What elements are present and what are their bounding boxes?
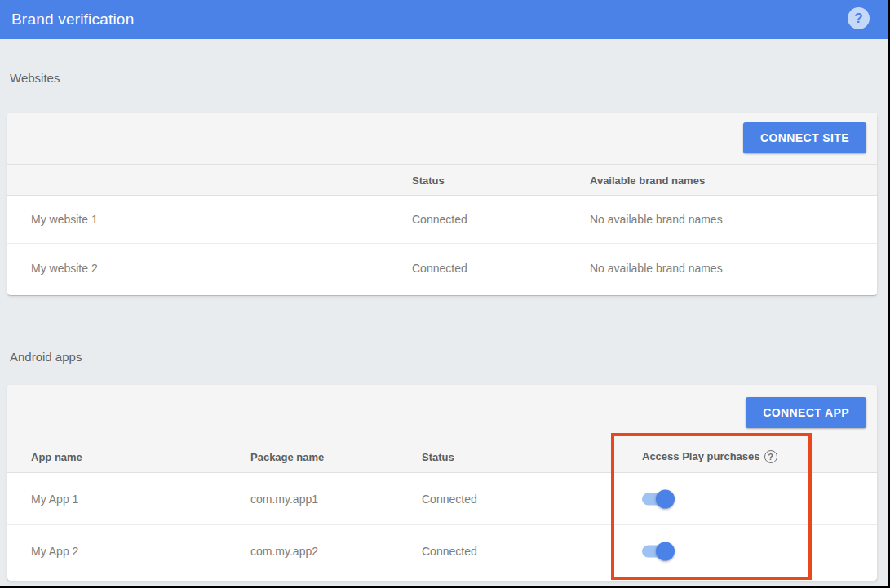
column-header-access-play-purchases: Access Play purchases ? (642, 450, 777, 463)
package-name: com.my.app1 (250, 493, 318, 506)
column-header-app-name: App name (31, 450, 82, 462)
column-header-status: Status (412, 174, 445, 186)
website-status: Connected (412, 262, 467, 275)
page: Brand verification ? Websites CONNECT SI… (0, 0, 888, 586)
websites-table-header: Status Available brand names (7, 165, 877, 196)
website-brands: No available brand names (590, 213, 723, 226)
websites-toolbar: CONNECT SITE (7, 113, 877, 165)
table-row[interactable]: My website 1 Connected No available bran… (7, 196, 877, 244)
help-icon[interactable]: ? (848, 7, 870, 29)
websites-card: CONNECT SITE Status Available brand name… (7, 113, 877, 295)
table-row[interactable]: My App 2 com.my.app2 Connected (7, 525, 877, 577)
website-name: My website 2 (31, 262, 98, 275)
android-table-header: App name Package name Status Access Play… (7, 440, 877, 473)
app-status: Connected (422, 545, 477, 558)
access-help-glyph: ? (768, 452, 773, 462)
access-play-purchases-toggle[interactable] (642, 493, 671, 505)
package-name: com.my.app2 (250, 545, 318, 558)
android-toolbar: CONNECT APP (7, 385, 877, 440)
access-help-icon[interactable]: ? (764, 450, 777, 463)
app-name: My App 2 (31, 545, 78, 558)
access-play-purchases-toggle[interactable] (642, 546, 671, 558)
table-row[interactable]: My App 1 com.my.app1 Connected (7, 473, 877, 525)
android-apps-section-label: Android apps (10, 350, 82, 364)
website-brands: No available brand names (590, 262, 723, 275)
table-row[interactable]: My website 2 Connected No available bran… (7, 244, 877, 292)
connect-app-button[interactable]: CONNECT APP (746, 397, 866, 428)
column-header-available-brand-names: Available brand names (590, 174, 705, 186)
toggle-knob (656, 542, 675, 561)
android-apps-card: CONNECT APP App name Package name Status… (7, 385, 877, 581)
websites-section-label: Websites (10, 71, 60, 85)
website-status: Connected (412, 213, 467, 226)
app-status: Connected (422, 493, 477, 506)
connect-site-button[interactable]: CONNECT SITE (743, 122, 866, 153)
app-name: My App 1 (31, 493, 78, 506)
column-header-status: Status (422, 450, 454, 462)
app-header: Brand verification ? (0, 0, 888, 39)
toggle-knob (656, 489, 675, 508)
column-header-package-name: Package name (250, 450, 324, 462)
help-glyph: ? (854, 11, 862, 25)
website-name: My website 1 (31, 213, 98, 226)
page-title: Brand verification (11, 11, 134, 29)
access-play-purchases-label: Access Play purchases (642, 450, 760, 462)
